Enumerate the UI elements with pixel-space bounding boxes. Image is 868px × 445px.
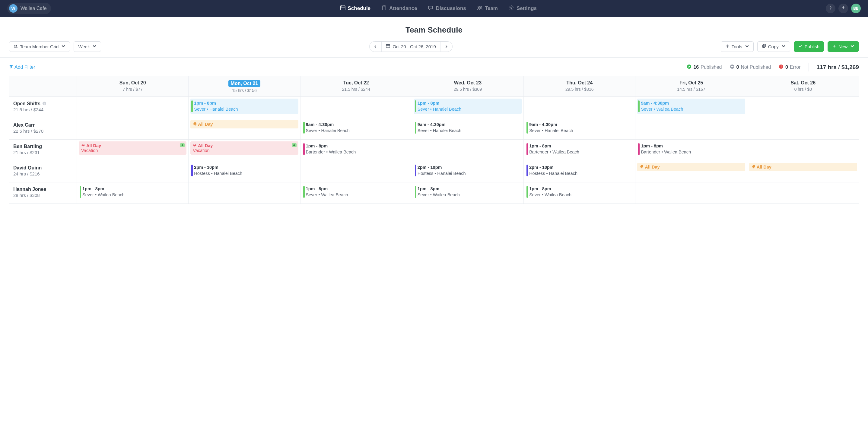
shift-card[interactable]: 1pm - 8pmSever • Wailea Beach [414, 184, 522, 200]
row-label-cell[interactable]: Alex Carr22.5 hrs / $270 [9, 118, 77, 139]
day-cell[interactable] [77, 97, 189, 118]
shift-card[interactable]: 1pm - 8pmBartender • Wailea Beach [302, 141, 410, 157]
publish-button[interactable]: Publish [794, 41, 824, 52]
add-filter-button[interactable]: Add Filter [9, 65, 35, 70]
day-cell[interactable] [77, 161, 189, 182]
day-cell[interactable] [524, 97, 636, 118]
open-shift-card[interactable]: 1pm - 8pmSever • Hanalei Beach [190, 99, 298, 114]
day-cell[interactable]: 2pm - 10pmHostess • Hanalei Beach [189, 161, 300, 182]
day-cell[interactable]: 1pm - 8pmBartender • Wailea Beach [636, 140, 747, 161]
day-cell[interactable]: 9am - 4:30pmSever • Wailea Beach [636, 97, 747, 118]
row-label-cell[interactable]: David Quinn24 hrs / $216 [9, 161, 77, 182]
day-cell[interactable] [747, 118, 859, 139]
time-off-card[interactable]: All Day [190, 120, 298, 129]
tools-button[interactable]: Tools [721, 41, 754, 52]
publish-label: Publish [805, 44, 819, 49]
card-time: 1pm - 8pm [417, 186, 519, 192]
new-button[interactable]: New [828, 41, 859, 52]
prev-week-button[interactable] [370, 42, 382, 52]
day-cell[interactable]: 1pm - 8pmSever • Wailea Beach [77, 182, 189, 204]
day-cell[interactable]: 2pm - 10pmHostess • Hanalei Beach [412, 161, 524, 182]
card-detail: Sever • Wailea Beach [306, 192, 408, 198]
shift-card[interactable]: 9am - 4:30pmSever • Hanalei Beach [414, 120, 522, 135]
day-cell[interactable]: All DayVacationA [77, 140, 189, 161]
day-cell[interactable]: 9am - 4:30pmSever • Hanalei Beach [412, 118, 524, 139]
next-week-button[interactable] [440, 42, 452, 52]
nav-attendance[interactable]: Attendance [381, 5, 417, 12]
day-cell[interactable]: 1pm - 8pmSever • Hanalei Beach [189, 97, 300, 118]
schedule-row: David Quinn24 hrs / $2162pm - 10pmHostes… [9, 161, 859, 182]
day-cell[interactable] [636, 118, 747, 139]
day-cell[interactable]: 9am - 4:30pmSever • Hanalei Beach [301, 118, 412, 139]
day-cell[interactable] [636, 182, 747, 204]
row-label-cell[interactable]: Open Shifts?21.5 hrs / $244 [9, 97, 77, 118]
day-cell[interactable]: 1pm - 8pmSever • Wailea Beach [524, 182, 636, 204]
time-off-card[interactable]: All Day [749, 163, 857, 171]
svg-point-11 [16, 45, 17, 46]
shift-card[interactable]: 2pm - 10pmHostess • Hanalei Beach [414, 163, 522, 178]
day-cell[interactable]: 2pm - 10pmHostess • Hanalei Beach [524, 161, 636, 182]
shift-card[interactable]: 9am - 4:30pmSever • Hanalei Beach [302, 120, 410, 135]
shift-card[interactable]: 1pm - 8pmBartender • Wailea Beach [526, 141, 633, 157]
shift-color-bar [191, 100, 193, 112]
day-header[interactable]: Sun, Oct 207 hrs / $77 [77, 76, 189, 97]
shift-card[interactable]: 1pm - 8pmSever • Wailea Beach [526, 184, 633, 200]
view-mode-selector[interactable]: Team Member Grid [9, 41, 70, 52]
day-header[interactable]: Thu, Oct 2429.5 hrs / $316 [524, 76, 636, 97]
user-avatar[interactable]: BB [851, 4, 861, 13]
shift-card[interactable]: 1pm - 8pmBartender • Wailea Beach [637, 141, 745, 157]
nav-discussions[interactable]: Discussions [428, 5, 466, 12]
shift-card[interactable]: 2pm - 10pmHostess • Hanalei Beach [526, 163, 633, 178]
day-cell[interactable]: All Day [636, 161, 747, 182]
date-range-button[interactable]: Oct 20 - Oct 26, 2019 [382, 42, 440, 52]
shift-card[interactable]: 1pm - 8pmSever • Wailea Beach [79, 184, 186, 200]
nav-team[interactable]: Team [477, 5, 498, 12]
copy-button[interactable]: Copy [757, 41, 790, 52]
day-header[interactable]: Mon, Oct 2115 hrs / $156 [189, 76, 300, 97]
shift-card[interactable]: 1pm - 8pmSever • Wailea Beach [302, 184, 410, 200]
shift-color-bar [303, 186, 305, 198]
day-header[interactable]: Tue, Oct 2221.5 hrs / $244 [301, 76, 412, 97]
bolt-button[interactable] [838, 4, 848, 13]
row-label-cell[interactable]: Ben Bartling21 hrs / $231 [9, 140, 77, 161]
time-off-card[interactable]: All Day [637, 163, 745, 171]
day-header[interactable]: Fri, Oct 2514.5 hrs / $167 [636, 76, 747, 97]
period-selector[interactable]: Week [73, 41, 101, 52]
help-icon[interactable]: ? [42, 101, 46, 106]
shift-card[interactable]: 2pm - 10pmHostess • Hanalei Beach [190, 163, 298, 178]
open-shift-card[interactable]: 1pm - 8pmSever • Hanalei Beach [414, 99, 522, 114]
day-cell[interactable] [747, 182, 859, 204]
day-cell[interactable]: All Day [189, 118, 300, 139]
day-cell[interactable]: 1pm - 8pmSever • Wailea Beach [301, 182, 412, 204]
day-cell[interactable] [189, 182, 300, 204]
day-header[interactable]: Sat, Oct 260 hrs / $0 [747, 76, 859, 97]
day-cell[interactable] [747, 97, 859, 118]
day-cell[interactable] [77, 118, 189, 139]
day-cell[interactable] [301, 161, 412, 182]
day-cell[interactable]: All Day [747, 161, 859, 182]
nav-schedule[interactable]: Schedule [340, 5, 371, 12]
help-button[interactable] [826, 4, 835, 13]
day-cell[interactable]: All DayVacationA [189, 140, 300, 161]
day-header[interactable]: Wed, Oct 2329.5 hrs / $309 [412, 76, 524, 97]
chevron-down-icon [61, 44, 65, 49]
day-cell[interactable] [747, 140, 859, 161]
day-cell[interactable]: 1pm - 8pmSever • Wailea Beach [412, 182, 524, 204]
day-stat: 15 hrs / $156 [190, 88, 298, 93]
day-cell[interactable]: 9am - 4:30pmSever • Hanalei Beach [524, 118, 636, 139]
vacation-card[interactable]: All DayVacationA [79, 141, 186, 155]
row-label-cell[interactable]: Hannah Jones28 hrs / $308 [9, 182, 77, 204]
shift-card[interactable]: 9am - 4:30pmSever • Hanalei Beach [526, 120, 633, 135]
svg-rect-21 [781, 65, 781, 67]
day-cell[interactable]: 1pm - 8pmSever • Hanalei Beach [412, 97, 524, 118]
card-detail: Hostess • Hanalei Beach [417, 171, 519, 177]
nav-settings[interactable]: Settings [509, 5, 537, 12]
day-cell[interactable]: 1pm - 8pmBartender • Wailea Beach [524, 140, 636, 161]
open-shift-card[interactable]: 9am - 4:30pmSever • Wailea Beach [637, 99, 745, 114]
day-cell[interactable]: 1pm - 8pmBartender • Wailea Beach [301, 140, 412, 161]
vacation-card[interactable]: All DayVacationA [190, 141, 298, 155]
card-time: 1pm - 8pm [641, 143, 743, 149]
day-cell[interactable] [301, 97, 412, 118]
day-cell[interactable] [412, 140, 524, 161]
org-switcher[interactable]: W Wailea Cafe [7, 3, 51, 14]
